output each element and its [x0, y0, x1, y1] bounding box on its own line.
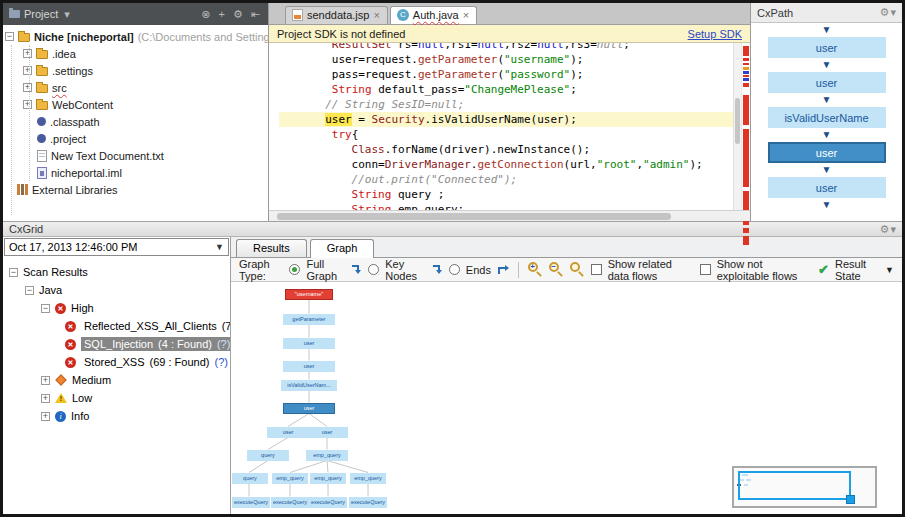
graph-node[interactable]: query	[247, 450, 289, 461]
code-token: Security	[372, 113, 425, 126]
expand-toggle-icon[interactable]: +	[23, 49, 32, 58]
tree-row[interactable]: External Libraries	[3, 181, 268, 198]
scrollbar-thumb[interactable]	[735, 98, 740, 144]
chevron-down-icon[interactable]: ▼	[885, 265, 894, 275]
tree-row[interactable]: +.settings	[3, 62, 268, 79]
graph-node[interactable]: "username"	[285, 289, 333, 300]
editor-vertical-scrollbar[interactable]	[733, 43, 741, 210]
scan-tree-row[interactable]: ✕Reflected_XSS_All_Clients(7 : Found)	[3, 317, 230, 335]
tab-auth-java[interactable]: C Auth.java ×	[390, 6, 477, 24]
graph-node[interactable]: executeQuery	[271, 497, 309, 508]
graph-node[interactable]: user	[283, 403, 335, 414]
tree-row[interactable]: −Niche [nicheportal](C:\Documents and Se…	[3, 28, 268, 45]
close-tab-icon[interactable]: ×	[463, 10, 469, 20]
expand-toggle-icon[interactable]: −	[9, 268, 18, 277]
attack-graph-canvas[interactable]: "username"getParameteruseruserisValidUse…	[231, 282, 902, 514]
graph-node[interactable]: emp_query	[306, 450, 348, 461]
gear-icon[interactable]: ⚙	[231, 8, 245, 21]
minimap-viewport[interactable]	[738, 471, 851, 500]
setup-sdk-link[interactable]: Setup SDK	[688, 28, 742, 40]
expand-toggle-icon[interactable]: +	[23, 83, 32, 92]
gear-icon[interactable]: ⚙▾	[880, 6, 896, 19]
graph-node[interactable]: emp_query	[350, 473, 386, 484]
zoom-in-icon[interactable]: +	[528, 262, 543, 277]
full-graph-radio[interactable]	[289, 264, 300, 275]
error-stripe[interactable]	[741, 43, 750, 210]
help-mark[interactable]: (?)	[214, 356, 227, 368]
graph-node[interactable]: emp_query	[272, 473, 308, 484]
zoom-reset-icon[interactable]	[570, 262, 585, 277]
tree-row[interactable]: .classpath	[3, 113, 268, 130]
scan-tree-row[interactable]: ✕SQL_Injection(4 : Found)(?)	[3, 335, 230, 353]
scan-tree-row[interactable]: −Java	[3, 281, 230, 299]
show-related-flows-label: Show related data flows	[608, 258, 694, 282]
project-view-dropdown-icon[interactable]: ▾	[62, 8, 72, 21]
expand-toggle-icon[interactable]: +	[41, 394, 50, 403]
graph-node[interactable]: user	[283, 338, 335, 349]
ends-radio[interactable]	[449, 264, 460, 275]
folder-icon	[36, 50, 48, 59]
gear-icon[interactable]: ⚙▾	[880, 223, 896, 236]
tab-graph[interactable]: Graph	[310, 239, 375, 258]
tree-row[interactable]: +WebContent	[3, 96, 268, 113]
cxpath-node[interactable]: user	[768, 72, 886, 93]
tree-row[interactable]: New Text Document.txt	[3, 147, 268, 164]
cxpath-node[interactable]: user	[768, 142, 886, 163]
show-not-exploitable-checkbox[interactable]	[700, 264, 711, 275]
scan-tree-row[interactable]: +Medium	[3, 371, 230, 389]
vulnerability-entry[interactable]: Stored_XSS(69 : Found)(?)	[81, 355, 230, 369]
graph-node[interactable]: executeQuery	[232, 497, 270, 508]
graph-node[interactable]: user	[267, 427, 309, 438]
graph-node[interactable]: emp_query	[310, 473, 346, 484]
collapse-all-icon[interactable]: ⇤	[249, 8, 262, 21]
key-nodes-radio[interactable]	[368, 264, 379, 275]
project-panel-header: Project ▾ ⊗ + ⚙ ⇤	[3, 3, 268, 25]
cxpath-node[interactable]: isValidUserName	[768, 107, 886, 128]
help-mark[interactable]: (?)	[217, 338, 230, 350]
expand-toggle-icon[interactable]: +	[23, 66, 32, 75]
cxpath-node[interactable]: user	[768, 177, 886, 198]
vulnerability-entry[interactable]: SQL_Injection(4 : Found)(?)	[81, 337, 230, 351]
tab-senddata-jsp[interactable]: senddata.jsp ×	[285, 6, 388, 24]
result-state-check-icon: ✔	[818, 262, 829, 277]
scan-tree-row[interactable]: −Scan Results	[3, 263, 230, 281]
expand-toggle-icon[interactable]: −	[41, 304, 50, 313]
result-count: (69 : Found)	[150, 356, 210, 368]
tree-row[interactable]: nicheportal.iml	[3, 164, 268, 181]
tree-row[interactable]: .project	[3, 130, 268, 147]
expand-toggle-icon[interactable]: +	[41, 376, 50, 385]
code-editor[interactable]: ResultSet rs=null,rs1=null,rs2=null,rs3=…	[269, 43, 750, 210]
editor-horizontal-scrollbar[interactable]	[269, 210, 750, 221]
zoom-out-icon[interactable]: −	[549, 262, 564, 277]
graph-node[interactable]: executeQuery	[349, 497, 387, 508]
vulnerability-entry[interactable]: Reflected_XSS_All_Clients(7 : Found)	[81, 319, 230, 333]
scan-tree-row[interactable]: +!Low	[3, 389, 230, 407]
graph-node[interactable]: user	[306, 427, 348, 438]
locate-file-icon[interactable]: +	[216, 8, 226, 20]
close-panel-icon[interactable]: ⊗	[199, 8, 212, 21]
cxpath-node[interactable]: user	[768, 37, 886, 58]
scan-tree-row[interactable]: −✕High	[3, 299, 230, 317]
expand-toggle-icon[interactable]: +	[41, 412, 50, 421]
graph-node[interactable]: executeQuery	[309, 497, 347, 508]
graph-node[interactable]: getParameter	[283, 314, 335, 325]
scan-tree-row[interactable]: ✕Stored_XSS(69 : Found)(?)	[3, 353, 230, 371]
scan-tree-row[interactable]: +iInfo	[3, 407, 230, 425]
expand-toggle-icon[interactable]: +	[23, 100, 32, 109]
scrollbar-thumb[interactable]	[277, 213, 671, 220]
tree-row[interactable]: +src	[3, 79, 268, 96]
expand-toggle-icon[interactable]: −	[5, 32, 14, 41]
scan-date-dropdown[interactable]: Oct 17, 2013 12:46:00 PM ▼	[4, 238, 229, 256]
show-related-flows-checkbox[interactable]	[591, 264, 602, 275]
cxgrid-title: CxGrid	[9, 223, 43, 235]
graph-node[interactable]: isValidUserNam...	[281, 380, 337, 391]
close-tab-icon[interactable]: ×	[373, 10, 379, 20]
expand-toggle-icon[interactable]: −	[25, 286, 34, 295]
minimap-resize-handle[interactable]	[846, 495, 855, 504]
ends-label: Ends	[466, 264, 491, 276]
tab-results[interactable]: Results	[236, 239, 307, 257]
graph-node[interactable]: user	[283, 361, 335, 372]
tree-row[interactable]: +.idea	[3, 45, 268, 62]
graph-minimap[interactable]	[732, 466, 877, 508]
graph-node[interactable]: query	[232, 473, 268, 484]
